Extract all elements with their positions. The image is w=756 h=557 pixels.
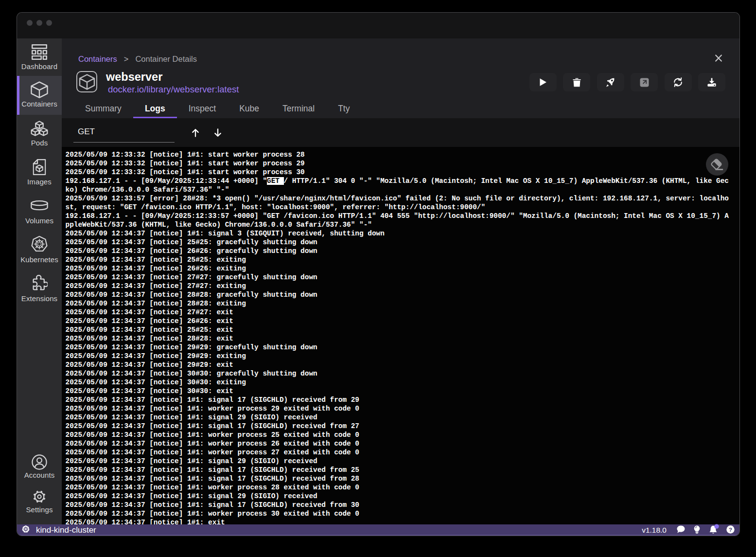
svg-text:?: ?: [729, 527, 732, 533]
